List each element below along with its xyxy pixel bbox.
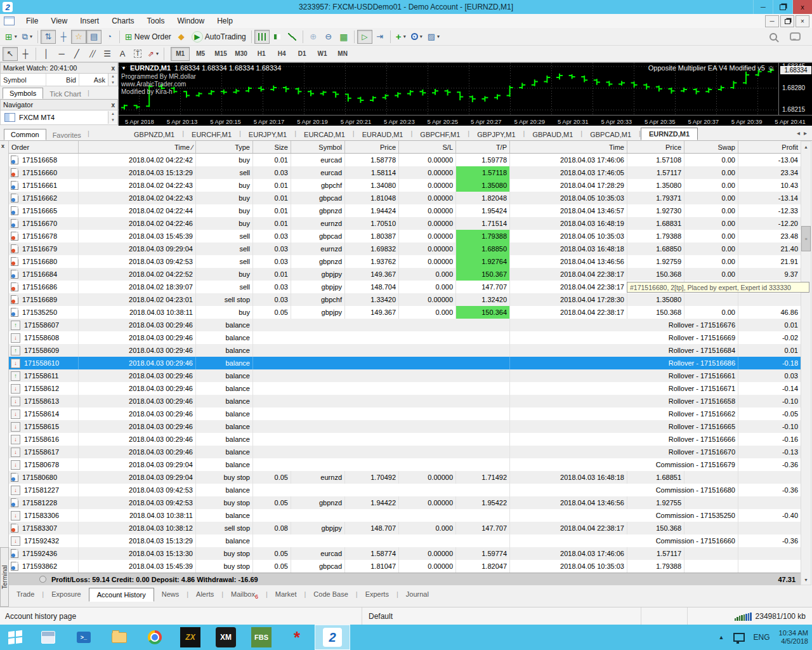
table-row[interactable]: 1715806802018.04.03 09:29:04buy stop0.05…: [9, 471, 801, 484]
trendline-button[interactable]: ╱: [69, 47, 84, 61]
menu-charts[interactable]: Charts: [105, 15, 140, 27]
terminal-tab-news[interactable]: News: [154, 588, 187, 600]
terminal-close-icon[interactable]: x: [1, 143, 4, 149]
terminal-tab-alerts[interactable]: Alerts: [188, 588, 221, 600]
chart-shift-button[interactable]: ⇥: [372, 30, 388, 44]
table-row[interactable]: 1715166602018.04.03 15:13:29sell0.03eurc…: [9, 166, 801, 179]
menu-window[interactable]: Window: [171, 15, 211, 27]
table-row[interactable]: 1715812282018.04.03 09:42:53buy stop0.05…: [9, 496, 801, 509]
column-header-tp[interactable]: T/P: [456, 141, 510, 153]
text-button[interactable]: A: [115, 47, 130, 61]
tray-expand-icon[interactable]: ▲: [719, 634, 724, 640]
table-row[interactable]: ↓1715833062018.04.03 10:38:11balanceComm…: [9, 509, 801, 522]
table-row[interactable]: 1715166612018.04.02 04:22:43buy0.01gbpch…: [9, 179, 801, 192]
periods-button[interactable]: ▾: [409, 30, 425, 44]
table-row[interactable]: ↓1715586152018.04.03 00:29:46balanceRoll…: [9, 420, 801, 433]
navigator-scroll[interactable]: ▲▼: [108, 111, 117, 124]
ea-smiley-icon[interactable]: ☺: [768, 64, 775, 72]
table-row[interactable]: ↑1715586112018.04.03 00:29:46balanceRoll…: [9, 369, 801, 382]
tab-tick-chart[interactable]: Tick Chart: [43, 89, 88, 99]
status-connection[interactable]: 234981/100 kb: [687, 607, 812, 625]
timeframe-m1[interactable]: M1: [171, 47, 190, 61]
timeframe-m15[interactable]: M15: [211, 47, 230, 61]
column-header-time[interactable]: Time ∕: [79, 141, 196, 153]
column-header-size[interactable]: Size: [253, 141, 291, 153]
terminal-tab-account-history[interactable]: Account History: [89, 588, 154, 602]
close-button[interactable]: x: [792, 0, 812, 14]
chart-tab-gbpaud-m1[interactable]: GBPAUD,M1: [525, 129, 580, 140]
table-row[interactable]: 1715938622018.04.03 15:45:39buy stop0.05…: [9, 560, 801, 573]
taskbar-xm-app[interactable]: XM: [208, 625, 244, 650]
chart-tab-euraud-m1[interactable]: EURAUD,M1: [355, 129, 411, 140]
menu-insert[interactable]: Insert: [74, 15, 105, 27]
zoom-in-button[interactable]: ⊕: [306, 30, 321, 44]
chart-tab-gbpjpy-m1[interactable]: GBPJPY,M1: [469, 129, 523, 140]
terminal-tab-exposure[interactable]: Exposure: [44, 588, 88, 600]
crosshair-button[interactable]: ┼: [18, 47, 33, 61]
terminal-tab-journal[interactable]: Journal: [398, 588, 436, 600]
autotrading-button[interactable]: ▶AutoTrading: [189, 30, 249, 44]
column-header-price[interactable]: Price: [345, 141, 399, 153]
table-scrollbar[interactable]: ▲ ≡ ▼: [801, 141, 811, 585]
table-row[interactable]: 1715166802018.04.03 09:42:53sell0.03gbpn…: [9, 255, 801, 268]
table-row[interactable]: ↓1715586102018.04.03 00:29:46balanceRoll…: [9, 357, 801, 369]
navigator-button[interactable]: ☆: [71, 30, 86, 44]
chart-close-button[interactable]: ×: [796, 15, 809, 27]
market-watch-close-icon[interactable]: x: [111, 65, 115, 72]
column-header-type[interactable]: Type: [196, 141, 253, 153]
text-label-button[interactable]: T: [130, 47, 145, 61]
metaeditor-button[interactable]: ◆: [174, 30, 189, 44]
market-watch-col-bid[interactable]: Bid: [46, 74, 79, 86]
taskbar-powershell[interactable]: >_: [66, 625, 102, 650]
timeframe-h1[interactable]: H1: [252, 47, 271, 61]
new-order-button[interactable]: ⊞New Order: [122, 30, 174, 44]
indicators-button[interactable]: +▾: [393, 30, 409, 44]
menu-view[interactable]: View: [44, 15, 74, 27]
chart-minimize-button[interactable]: ─: [765, 15, 779, 27]
chart-tab-gbpcad-m1[interactable]: GBPCAD,M1: [582, 129, 639, 140]
scrollbar-thumb[interactable]: ≡: [801, 226, 811, 251]
language-indicator[interactable]: ENG: [754, 633, 770, 642]
tabs-scroll-left-icon[interactable]: ◂: [797, 129, 800, 136]
table-row[interactable]: ↓1715924322018.04.03 15:13:29balanceComm…: [9, 534, 801, 547]
chart-tab-gbpnzd-m1[interactable]: GBPNZD,M1: [126, 129, 182, 140]
minimize-button[interactable]: ─: [753, 0, 773, 14]
chevron-down-icon[interactable]: ▼: [121, 65, 126, 71]
column-header-time[interactable]: Time: [510, 141, 627, 153]
terminal-tab-market[interactable]: Market: [268, 588, 304, 600]
column-header-swap[interactable]: Swap: [684, 141, 738, 153]
market-watch-col-ask[interactable]: Ask: [79, 74, 108, 86]
table-row[interactable]: 1715833072018.04.03 10:38:12sell stop0.0…: [9, 522, 801, 534]
navigator-account-item[interactable]: FXCM MT4 ▲▼: [0, 110, 118, 125]
auto-scroll-button[interactable]: ▷: [357, 30, 372, 44]
menu-file[interactable]: File: [20, 15, 44, 27]
table-row[interactable]: 1715166582018.04.02 04:22:42buy0.01eurca…: [9, 154, 801, 166]
dropdown-caret-icon[interactable]: ▾: [403, 34, 406, 39]
terminal-tab-mailbox[interactable]: Mailbox6: [223, 588, 266, 602]
taskbar-zx-app[interactable]: ZX: [173, 625, 208, 650]
column-header-symbol[interactable]: Symbol: [291, 141, 345, 153]
chart-tab-eurjpy-m1[interactable]: EURJPY,M1: [241, 129, 294, 140]
market-watch-col-symbol[interactable]: Symbol: [1, 74, 46, 86]
fibonacci-button[interactable]: ☰: [100, 47, 115, 61]
clock[interactable]: 10:34 AM 4/5/2018: [779, 629, 808, 646]
taskbar-chrome[interactable]: [137, 625, 173, 650]
templates-button[interactable]: ▨▾: [425, 30, 442, 44]
table-row[interactable]: ↑1715586092018.04.03 00:29:46balanceRoll…: [9, 344, 801, 357]
terminal-button[interactable]: ▤: [86, 30, 102, 44]
horizontal-line-button[interactable]: ─: [54, 47, 69, 61]
dropdown-caret-icon[interactable]: ▾: [15, 34, 17, 39]
table-row[interactable]: 1715166782018.04.03 15:45:39sell0.03gbpc…: [9, 230, 801, 242]
table-row[interactable]: 1715166652018.04.02 04:22:44buy0.01gbpnz…: [9, 204, 801, 217]
table-row[interactable]: ↓1715586142018.04.03 00:29:46balanceRoll…: [9, 408, 801, 420]
timeframe-w1[interactable]: W1: [313, 47, 332, 61]
chart-window-icon[interactable]: [4, 17, 15, 25]
table-row[interactable]: ↓1715586082018.04.03 00:29:46balanceRoll…: [9, 331, 801, 344]
menu-tools[interactable]: Tools: [141, 15, 171, 27]
taskbar-fbs-app[interactable]: FBS: [244, 625, 279, 650]
chart-tab-eurchf-m1[interactable]: EURCHF,M1: [184, 129, 239, 140]
timeframe-m5[interactable]: M5: [191, 47, 210, 61]
start-button[interactable]: [0, 625, 30, 650]
zoom-out-button[interactable]: ⊖: [321, 30, 336, 44]
dropdown-caret-icon[interactable]: ▾: [437, 34, 440, 39]
